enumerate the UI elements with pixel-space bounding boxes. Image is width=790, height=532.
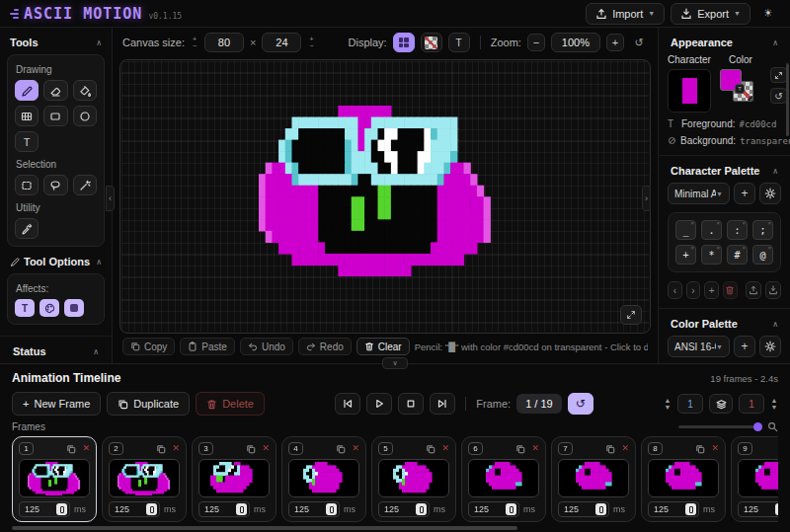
- delete-frame-icon[interactable]: ✕: [711, 444, 719, 453]
- redo-button[interactable]: Redo: [298, 338, 352, 355]
- frame-card[interactable]: 2 ✕ 125 ms: [102, 436, 187, 522]
- frame-thumbnail[interactable]: [288, 459, 359, 497]
- foreground-swatch[interactable]: T: [720, 69, 742, 91]
- theme-toggle-button[interactable]: ☀: [756, 3, 780, 25]
- reset-colors-button[interactable]: ↺: [770, 88, 787, 104]
- lasso-select-tool-button[interactable]: [43, 175, 67, 195]
- marquee-select-tool-button[interactable]: [15, 175, 39, 195]
- right-panel-collapse-handle[interactable]: ›: [642, 186, 651, 211]
- duplicate-frame-button[interactable]: Duplicate: [107, 392, 190, 416]
- skip-to-end-button[interactable]: [430, 393, 455, 415]
- zoom-in-button[interactable]: +: [606, 34, 624, 51]
- frame-duration-input[interactable]: 125: [378, 501, 430, 517]
- import-palette-button[interactable]: [765, 281, 781, 299]
- add-character-button[interactable]: +: [704, 281, 719, 299]
- char-button[interactable]: ;×: [752, 220, 773, 240]
- frame-duration-input[interactable]: 125: [198, 501, 250, 517]
- tools-section-header[interactable]: Tools ∧: [7, 28, 105, 54]
- frame-thumbnail[interactable]: [378, 459, 449, 497]
- toggle-transparency-button[interactable]: [421, 33, 442, 52]
- affects-character-toggle[interactable]: T: [15, 299, 35, 317]
- duplicate-frame-icon[interactable]: [515, 444, 525, 454]
- frame-card[interactable]: 8 ✕ 125 ms: [641, 436, 726, 522]
- paste-button[interactable]: Paste: [180, 338, 235, 355]
- frames-scrollbar[interactable]: [12, 526, 778, 530]
- pencil-tool-button[interactable]: [15, 80, 39, 101]
- thumbnail-size-slider[interactable]: [678, 425, 761, 428]
- duplicate-frame-icon[interactable]: [66, 444, 76, 454]
- duplicate-frame-icon[interactable]: [605, 444, 615, 454]
- zoom-out-button[interactable]: −: [527, 34, 545, 51]
- canvas-height-input[interactable]: 24: [262, 33, 301, 52]
- frame-thumbnail[interactable]: [109, 459, 180, 497]
- onion-prev-stepper[interactable]: ▲▼: [664, 398, 672, 411]
- left-panel-collapse-handle[interactable]: ‹: [106, 186, 115, 211]
- clear-button[interactable]: Clear: [356, 338, 410, 355]
- frame-thumbnail[interactable]: [558, 459, 629, 497]
- stop-button[interactable]: [398, 393, 424, 415]
- drawing-canvas[interactable]: [119, 59, 651, 334]
- character-preview[interactable]: [668, 69, 711, 113]
- frame-duration-input[interactable]: 125: [288, 501, 340, 517]
- frame-thumbnail[interactable]: [738, 459, 778, 497]
- appearance-section-header[interactable]: Appearance ∧: [668, 28, 781, 54]
- magic-wand-tool-button[interactable]: [73, 175, 97, 195]
- delete-frame-icon[interactable]: ✕: [621, 444, 629, 453]
- char-button[interactable]: @×: [752, 245, 773, 265]
- sidebar-scrollbar[interactable]: [786, 63, 789, 136]
- frames-scrollbar-thumb[interactable]: [12, 526, 517, 530]
- delete-frame-button[interactable]: Delete: [196, 392, 265, 416]
- frame-card[interactable]: 6 ✕ 125 ms: [461, 436, 546, 522]
- frame-card[interactable]: 1 ✕ 125 ms: [12, 436, 97, 522]
- char-button[interactable]: :×: [727, 220, 748, 240]
- char-button[interactable]: #×: [727, 245, 748, 265]
- loop-toggle-button[interactable]: ↺: [568, 393, 593, 415]
- timeline-collapse-tab[interactable]: ∨: [382, 357, 408, 369]
- duplicate-frame-icon[interactable]: [695, 444, 705, 454]
- char-button[interactable]: *×: [701, 245, 722, 265]
- frame-card[interactable]: 3 ✕ 125 ms: [192, 436, 276, 522]
- import-button[interactable]: Import ▼: [586, 3, 665, 25]
- duplicate-frame-icon[interactable]: [156, 444, 166, 454]
- add-color-palette-button[interactable]: +: [734, 336, 755, 357]
- grid-rectangle-tool-button[interactable]: [15, 106, 39, 126]
- delete-frame-icon[interactable]: ✕: [82, 444, 90, 453]
- char-button[interactable]: _×: [675, 220, 696, 240]
- frame-thumbnail[interactable]: [468, 459, 539, 497]
- ellipse-tool-button[interactable]: [73, 106, 97, 126]
- delete-frame-icon[interactable]: ✕: [262, 444, 270, 453]
- duplicate-frame-icon[interactable]: [246, 444, 256, 454]
- delete-frame-icon[interactable]: ✕: [531, 444, 539, 453]
- canvas-width-input[interactable]: 80: [204, 33, 244, 52]
- frame-duration-input[interactable]: 125: [738, 501, 778, 517]
- duplicate-frame-icon[interactable]: [336, 444, 346, 454]
- color-palette-header[interactable]: Color Palette ∧: [668, 309, 781, 336]
- rectangle-tool-button[interactable]: [43, 106, 67, 126]
- onion-previous-input[interactable]: 1: [677, 394, 703, 414]
- duplicate-frame-icon[interactable]: [426, 444, 435, 454]
- swap-colors-button[interactable]: [770, 67, 787, 83]
- frame-card[interactable]: 9 ✕ 125 ms: [731, 436, 778, 522]
- next-character-button[interactable]: ›: [686, 281, 701, 299]
- eraser-tool-button[interactable]: [43, 80, 67, 101]
- frame-duration-input[interactable]: 125: [648, 501, 699, 517]
- text-tool-button[interactable]: T: [15, 131, 39, 152]
- toggle-characters-button[interactable]: T: [448, 33, 470, 52]
- play-button[interactable]: [366, 393, 392, 415]
- frame-card[interactable]: 7 ✕ 125 ms: [551, 436, 636, 522]
- frame-duration-input[interactable]: 125: [19, 501, 70, 517]
- character-palette-select[interactable]: Minimal ASC ▼: [668, 183, 730, 204]
- color-palette-settings-button[interactable]: [759, 336, 781, 357]
- color-palette-select[interactable]: ANSI 16-Colo ▼: [668, 336, 730, 357]
- delete-frame-icon[interactable]: ✕: [441, 444, 449, 453]
- frame-thumbnail[interactable]: [648, 459, 719, 497]
- skip-to-start-button[interactable]: [335, 393, 360, 415]
- frame-thumbnail[interactable]: [19, 459, 90, 497]
- character-palette-header[interactable]: Character Palette ∧: [668, 156, 781, 183]
- height-stepper[interactable]: +−: [307, 37, 315, 49]
- char-button[interactable]: .×: [701, 220, 722, 240]
- fullscreen-canvas-button[interactable]: [620, 305, 642, 325]
- slider-knob[interactable]: [753, 422, 762, 431]
- undo-button[interactable]: Undo: [240, 338, 293, 355]
- status-section-header[interactable]: Status ∧: [10, 337, 102, 363]
